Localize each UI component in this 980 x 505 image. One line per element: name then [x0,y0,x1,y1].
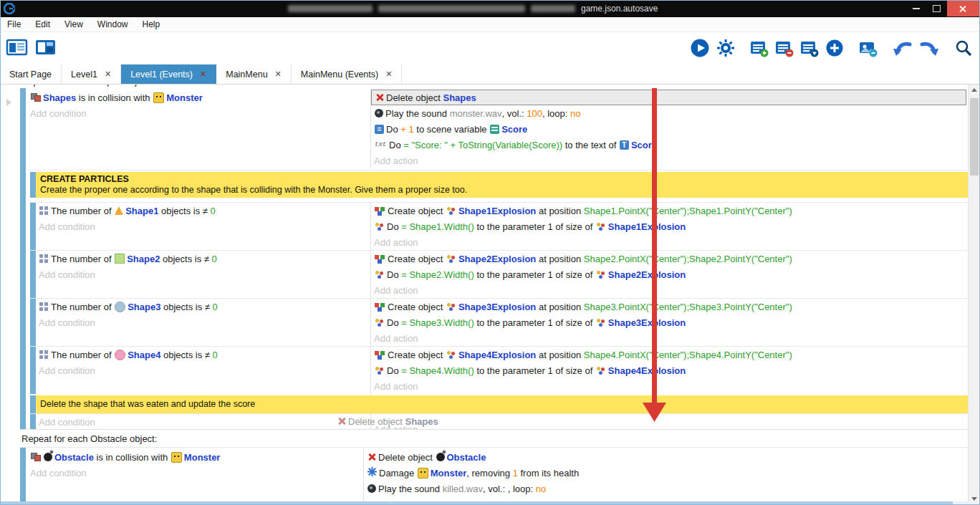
action-create-shape3-explosion[interactable]: Create object Shape3Explosion at positio… [371,299,969,314]
text-action-icon [375,140,387,149]
open-project-icon[interactable] [6,37,29,58]
sub-event-shape3[interactable]: The number of Shape3 objects is ≠ 0 Add … [30,298,969,346]
sub-event-shape1[interactable]: The number of Shape1 objects is ≠ 0 Add … [30,202,969,250]
redacted-text [378,5,525,12]
preview-play-icon[interactable] [690,38,710,58]
action-play-sound-killed[interactable]: Play the sound killed.wav , vol.: , loop… [364,481,969,496]
delete-icon [368,453,376,461]
scroll-down-icon[interactable] [969,493,979,505]
action-set-shape3-explosion-size[interactable]: Do = Shape3.Width() to the parameter 1 o… [371,314,969,330]
object-count-icon [39,254,49,264]
action-delete-shapes[interactable]: Delete object Shapes [371,90,966,105]
action-damage-monster[interactable]: Damage Monster , removing 1 from its hea… [364,465,969,481]
debug-icon[interactable] [716,39,735,57]
add-subevent-icon[interactable] [775,39,794,57]
action-delete-obstacle[interactable]: Delete object Obstacle [364,449,969,465]
particle-icon [375,366,385,375]
horizontal-scrollbar[interactable] [0,501,969,505]
add-action[interactable]: Add action [371,234,969,250]
search-icon[interactable] [954,39,973,57]
condition-shape4-count[interactable]: The number of Shape4 objects is ≠ 0 [36,347,370,362]
tab-close-icon[interactable]: ✕ [105,69,111,79]
tab-level1-events[interactable]: Level1 (Events) ✕ [121,64,216,84]
menu-edit[interactable]: Edit [28,17,57,32]
redo-icon[interactable] [919,39,939,57]
tab-level1[interactable]: Level1 ✕ [62,64,121,84]
tab-close-icon[interactable]: ✕ [385,69,392,79]
add-action[interactable]: Add action [371,282,969,298]
action-set-shape1-explosion-size[interactable]: Do = Shape1.Width() to the parameter 1 o… [371,218,969,234]
scrollbar-thumb[interactable] [970,98,979,175]
add-condition[interactable]: Add condition [36,266,370,282]
drag-ghost-delete-shapes: Delete object Shapes [334,413,438,429]
condition-shape2-count[interactable]: The number of Shape2 objects is ≠ 0 [36,251,370,266]
action-add-score-variable[interactable]: Do + 1 to scene variable Score [371,121,969,137]
event-repeat-obstacle[interactable]: Obstacle is in collision with Monster Ad… [20,447,969,501]
condition-shape3-count[interactable]: The number of Shape3 objects is ≠ 0 [36,299,370,314]
action-play-sound-monster[interactable]: Play the sound monster.wav , vol.: 100 ,… [371,105,969,121]
sub-event-shape4[interactable]: The number of Shape4 objects is ≠ 0 Add … [30,346,969,394]
add-condition[interactable]: Add condition [27,105,370,121]
action-set-shape2-explosion-size[interactable]: Do = Shape2.Width() to the parameter 1 o… [371,266,969,282]
maximize-button[interactable] [926,1,947,16]
condition-obstacle-collision-monster[interactable]: Obstacle is in collision with Monster [27,449,363,465]
menu-view[interactable]: View [57,17,90,32]
tab-close-icon[interactable]: ✕ [200,69,206,79]
event-header-repeat-obstacle[interactable]: Repeat for each Obstacle object: [21,432,969,446]
redacted-text [531,5,575,12]
vertical-scrollbar[interactable] [968,84,980,505]
delete-icon [375,93,384,102]
sub-event-empty[interactable]: Add condition Add action Delete object S… [30,413,969,429]
tab-label: MainMenu [226,69,267,80]
add-action[interactable]: Add action [371,330,969,346]
redacted-text [288,5,373,12]
image-bank-icon[interactable] [859,39,878,57]
obstacle-icon [44,453,52,461]
menu-help[interactable]: Help [135,17,168,32]
add-object-icon[interactable] [825,39,844,57]
tab-mainmenu[interactable]: MainMenu ✕ [216,64,292,84]
minimize-button[interactable] [905,1,926,16]
tab-close-icon[interactable]: ✕ [275,69,282,79]
add-comment-icon[interactable] [800,39,819,57]
add-condition[interactable]: Add condition [36,314,370,330]
sound-icon [368,484,376,493]
event-sheet[interactable]: Repeat for each Shapes object: Shapes is… [0,84,969,501]
event-repeat-shapes[interactable]: Shapes is in collision with Monster Add … [20,88,969,430]
add-event-icon[interactable] [750,39,769,57]
collapse-marker-icon[interactable] [6,99,11,106]
action-create-shape2-explosion[interactable]: Create object Shape2Explosion at positio… [371,251,969,266]
sub-event-shape2[interactable]: The number of Shape2 objects is ≠ 0 Add … [30,250,969,298]
project-manager-icon[interactable] [34,37,57,58]
tab-mainmenu-events[interactable]: MainMenu (Events) ✕ [292,64,403,84]
action-create-shape1-explosion[interactable]: Create object Shape1Explosion at positio… [371,203,969,218]
add-condition[interactable]: Add condition [36,218,370,234]
close-button[interactable] [947,1,979,16]
particle-icon [446,254,456,264]
add-action[interactable]: Add action [371,153,969,168]
add-condition[interactable]: Add condition [36,362,370,378]
action-set-shape4-explosion-size[interactable]: Do = Shape4.Width() to the parameter 1 o… [371,362,969,378]
add-condition[interactable]: Add condition [36,414,370,430]
app-icon [4,3,15,17]
comment-create-particles[interactable]: CREATE PARTICLES Create the proper one a… [30,172,969,198]
collision-icon [31,93,41,102]
comment-delete-shape[interactable]: Delete the shape that was eaten and upda… [30,395,969,413]
menu-window[interactable]: Window [90,17,135,32]
add-action[interactable]: Add action [371,421,969,430]
add-condition[interactable]: Add condition [27,465,363,481]
create-object-icon [375,254,385,264]
monster-icon [418,468,428,478]
tab-start-page[interactable]: Start Page [0,64,62,84]
scroll-up-icon[interactable] [969,84,979,96]
action-update-score-text[interactable]: Do = "Score: " + ToString(Variable(Score… [371,137,969,153]
add-action[interactable]: Add action [371,378,969,394]
scrollbar-thumb[interactable] [0,501,953,505]
add-action[interactable]: Add action [364,496,969,501]
action-create-shape4-explosion[interactable]: Create object Shape4Explosion at positio… [371,347,969,362]
condition-shapes-collision-monster[interactable]: Shapes is in collision with Monster [27,90,370,105]
undo-icon[interactable] [893,39,913,57]
comment-body: Delete the shape that was eaten and upda… [40,399,963,410]
condition-shape1-count[interactable]: The number of Shape1 objects is ≠ 0 [36,203,370,218]
menu-file[interactable]: File [0,17,28,32]
